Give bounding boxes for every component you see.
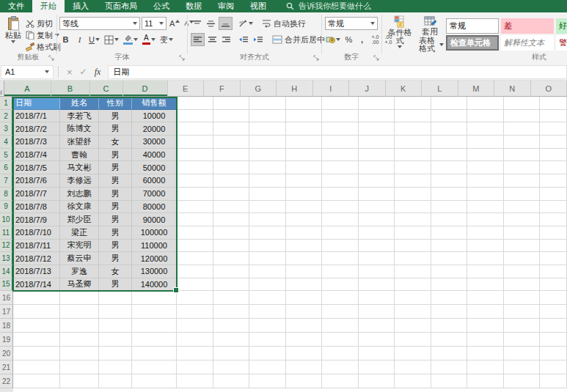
cell-B9[interactable]: 徐文康 — [60, 201, 99, 214]
cell-O15[interactable] — [540, 278, 567, 292]
cell-A18[interactable] — [13, 319, 60, 333]
row-header-19[interactable]: 19 — [0, 333, 13, 347]
cell-O6[interactable] — [540, 161, 567, 174]
cell-F1[interactable] — [213, 97, 250, 110]
cell-F17[interactable] — [213, 305, 250, 319]
cell-O9[interactable] — [540, 201, 567, 214]
cell-M5[interactable] — [467, 149, 504, 162]
cell-J20[interactable] — [359, 347, 395, 360]
cell-N16[interactable] — [504, 291, 541, 305]
column-header-H[interactable]: H — [277, 81, 313, 97]
cell-K1[interactable] — [395, 97, 431, 110]
cell-M18[interactable] — [467, 319, 504, 333]
cell-D11[interactable]: 100000 — [132, 226, 177, 240]
cell-F21[interactable] — [213, 360, 250, 374]
cell-D14[interactable]: 130000 — [132, 265, 177, 278]
cell-L17[interactable] — [431, 305, 468, 319]
row-header-22[interactable]: 22 — [0, 374, 13, 388]
cell-N15[interactable] — [504, 278, 541, 292]
underline-button[interactable]: U — [87, 33, 101, 46]
cell-K5[interactable] — [395, 149, 431, 162]
cell-K7[interactable] — [395, 174, 431, 188]
cell-I6[interactable] — [322, 161, 359, 174]
cell-B16[interactable] — [60, 291, 99, 305]
cell-H10[interactable] — [286, 213, 323, 226]
cell-F13[interactable] — [213, 252, 250, 265]
cell-A13[interactable]: 2018/7/12 — [13, 252, 60, 265]
cell-G1[interactable] — [249, 97, 286, 110]
conditional-formatting-button[interactable]: ≠ 条件格式 — [386, 15, 414, 58]
cell-F20[interactable] — [213, 347, 250, 360]
cell-N22[interactable] — [504, 374, 541, 388]
cell-B7[interactable]: 李修远 — [60, 174, 99, 188]
column-header-D[interactable]: D — [123, 81, 168, 97]
cell-I21[interactable] — [322, 360, 359, 374]
cell-M10[interactable] — [467, 213, 504, 226]
cell-I20[interactable] — [322, 347, 359, 360]
phonetic-guide-button[interactable]: 变 — [158, 33, 175, 46]
cell-B12[interactable]: 宋宪明 — [60, 240, 99, 253]
cell-J4[interactable] — [359, 136, 395, 149]
cell-B15[interactable]: 马圣卿 — [60, 278, 99, 292]
cell-L15[interactable] — [431, 278, 468, 292]
cell-H22[interactable] — [286, 374, 323, 388]
cell-E14[interactable] — [177, 265, 213, 278]
cell-C13[interactable]: 男 — [99, 252, 132, 265]
cell-M13[interactable] — [467, 252, 504, 265]
cell-G9[interactable] — [249, 201, 286, 214]
cell-C2[interactable]: 男 — [99, 110, 132, 123]
row-header-9[interactable]: 9 — [0, 201, 13, 214]
cell-H16[interactable] — [286, 291, 323, 305]
column-header-J[interactable]: J — [349, 81, 386, 97]
cell-M8[interactable] — [467, 188, 504, 201]
cell-H15[interactable] — [286, 278, 323, 292]
cell-C21[interactable] — [99, 360, 132, 374]
cell-L19[interactable] — [431, 333, 468, 347]
cell-J7[interactable] — [359, 174, 395, 188]
tab-3-页面布局[interactable]: 页面布局 — [97, 0, 145, 12]
cell-F7[interactable] — [213, 174, 250, 188]
cell-B8[interactable]: 刘志鹏 — [60, 188, 99, 201]
cell-G17[interactable] — [249, 305, 286, 319]
cell-G3[interactable] — [249, 122, 286, 136]
cell-E1[interactable] — [177, 97, 213, 110]
tell-me-search[interactable]: 告诉我你想要做什么 — [286, 0, 371, 12]
cell-L4[interactable] — [431, 136, 468, 149]
enter-icon[interactable]: ✓ — [80, 67, 87, 77]
row-header-6[interactable]: 6 — [0, 161, 13, 174]
row-header-7[interactable]: 7 — [0, 174, 13, 188]
cell-L2[interactable] — [431, 110, 468, 123]
copy-button[interactable]: 复制 — [26, 29, 61, 41]
cell-L12[interactable] — [431, 240, 468, 253]
cell-B19[interactable] — [60, 333, 99, 347]
cell-D18[interactable] — [132, 319, 177, 333]
cell-M22[interactable] — [467, 374, 504, 388]
cell-I7[interactable] — [322, 174, 359, 188]
bottom-align-button[interactable] — [219, 17, 233, 30]
row-header-1[interactable]: 1 — [0, 97, 13, 110]
cell-K9[interactable] — [395, 201, 431, 214]
cell-E17[interactable] — [177, 305, 213, 319]
formula-input[interactable]: 日期 — [108, 65, 567, 79]
cell-A11[interactable]: 2018/7/10 — [13, 226, 60, 240]
cell-I9[interactable] — [322, 201, 359, 214]
cell-I1[interactable] — [322, 97, 359, 110]
cell-J18[interactable] — [359, 319, 395, 333]
increase-indent-button[interactable] — [252, 33, 265, 46]
cell-F2[interactable] — [213, 110, 250, 123]
cancel-icon[interactable]: × — [67, 67, 73, 78]
cell-K13[interactable] — [395, 252, 431, 265]
cell-K6[interactable] — [395, 161, 431, 174]
borders-button[interactable] — [103, 33, 120, 46]
cell-M12[interactable] — [467, 240, 504, 253]
cell-I18[interactable] — [322, 319, 359, 333]
cell-D13[interactable]: 120000 — [132, 252, 177, 265]
cell-J2[interactable] — [359, 110, 395, 123]
cell-G7[interactable] — [249, 174, 286, 188]
cell-K18[interactable] — [395, 319, 431, 333]
cell-J10[interactable] — [359, 213, 395, 226]
cell-I11[interactable] — [322, 226, 359, 240]
font-name-combobox[interactable]: 等线 — [59, 17, 140, 30]
cell-style-check[interactable]: 检查单元格 — [446, 35, 499, 51]
cell-J6[interactable] — [359, 161, 395, 174]
